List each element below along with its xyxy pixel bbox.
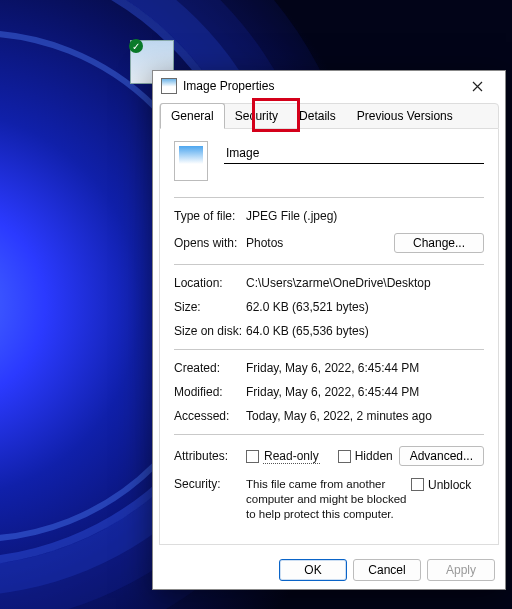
tab-bar: General Security Details Previous Versio… [159,103,499,129]
divider [174,264,484,265]
type-label: Type of file: [174,209,246,223]
advanced-button[interactable]: Advanced... [399,446,484,466]
hidden-checkbox[interactable] [338,450,351,463]
ok-button[interactable]: OK [279,559,347,581]
type-value: JPEG File (.jpeg) [246,209,484,223]
cancel-button[interactable]: Cancel [353,559,421,581]
tab-security[interactable]: Security [225,104,289,128]
dialog-footer: OK Cancel Apply [153,551,505,589]
titlebar-file-icon [161,78,177,94]
divider [174,197,484,198]
divider [174,434,484,435]
size-value: 62.0 KB (63,521 bytes) [246,300,484,314]
location-label: Location: [174,276,246,290]
opens-with-value: Photos [246,236,394,250]
unblock-label: Unblock [428,478,471,492]
unblock-checkbox[interactable] [411,478,424,491]
attributes-label: Attributes: [174,449,246,463]
accessed-label: Accessed: [174,409,246,423]
readonly-checkbox[interactable] [246,450,259,463]
apply-button[interactable]: Apply [427,559,495,581]
created-label: Created: [174,361,246,375]
size-on-disk-value: 64.0 KB (65,536 bytes) [246,324,484,338]
modified-label: Modified: [174,385,246,399]
properties-dialog: Image Properties General Security Detail… [152,70,506,590]
sync-badge-icon: ✓ [129,39,143,53]
close-button[interactable] [457,72,497,100]
filename-input[interactable] [224,143,484,164]
modified-value: Friday, May 6, 2022, 6:45:44 PM [246,385,484,399]
location-value: C:\Users\zarme\OneDrive\Desktop [246,276,484,290]
size-on-disk-label: Size on disk: [174,324,246,338]
size-label: Size: [174,300,246,314]
tab-previous-versions[interactable]: Previous Versions [347,104,464,128]
file-type-icon [174,141,208,181]
security-label: Security: [174,477,246,491]
window-title: Image Properties [183,79,457,93]
readonly-label: Read-only [263,449,320,464]
security-note: This file came from another computer and… [246,477,411,522]
divider [174,349,484,350]
created-value: Friday, May 6, 2022, 6:45:44 PM [246,361,484,375]
general-panel: Type of file: JPEG File (.jpeg) Opens wi… [159,129,499,545]
hidden-label: Hidden [355,449,393,463]
accessed-value: Today, May 6, 2022, 2 minutes ago [246,409,484,423]
tab-general[interactable]: General [160,103,225,129]
close-icon [472,81,483,92]
tab-details[interactable]: Details [289,104,347,128]
change-button[interactable]: Change... [394,233,484,253]
titlebar: Image Properties [153,71,505,101]
opens-with-label: Opens with: [174,236,246,250]
